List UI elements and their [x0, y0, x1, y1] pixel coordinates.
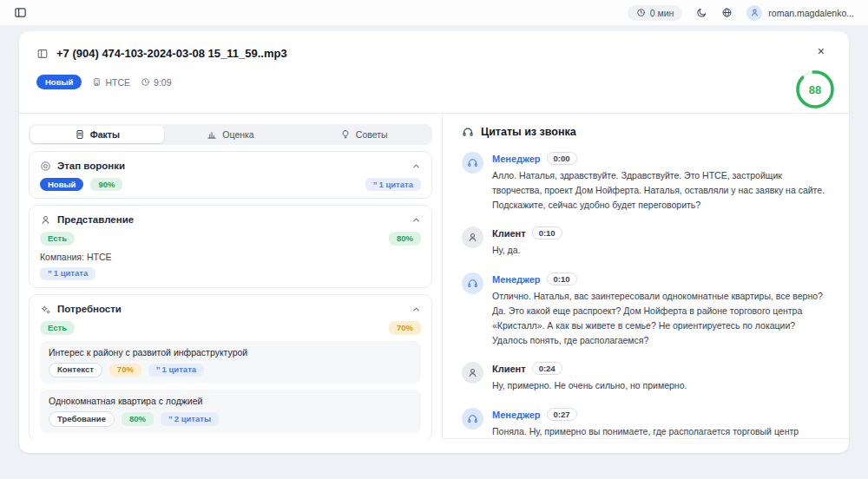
quote-message: Клиент 0:10 Ну, да. [462, 226, 832, 258]
speaker-link[interactable]: Менеджер [492, 274, 541, 285]
card-title: Этап воронки [57, 161, 125, 171]
quote-text: Отлично. Наталья, вас заинтересовали одн… [492, 289, 832, 347]
timestamp-badge[interactable]: 0:24 [532, 362, 562, 375]
need-text: Однокомнатная квартира с лоджией [49, 396, 412, 406]
facts-column: Факты Оценка Советы [19, 114, 442, 439]
headset-icon [462, 126, 474, 138]
quote-icon: ” [373, 180, 378, 189]
call-header: +7 (904) 474-103-2024-03-08 15_11_59..mp… [19, 31, 849, 114]
confidence-badge: 80% [389, 232, 421, 245]
top-bar: 0 мин roman.magdalenko... [0, 0, 868, 26]
tab-facts[interactable]: Факты [30, 126, 164, 143]
language-globe-icon[interactable] [721, 7, 733, 18]
client-person-icon [462, 362, 483, 384]
speaker-link[interactable]: Менеджер [492, 410, 541, 420]
quotes-count-badge[interactable]: ”1 цитата [40, 267, 95, 280]
quote-icon: ” [156, 364, 161, 374]
confidence-badge: 80% [122, 412, 154, 425]
quotes-panel-title: Цитаты из звонка [481, 126, 576, 138]
sidebar-toggle-icon[interactable] [14, 6, 27, 19]
speaker-label: Клиент [492, 364, 526, 374]
speaker-label: Клиент [492, 228, 526, 239]
tab-advice-label: Советы [356, 129, 388, 140]
person-icon [40, 214, 51, 226]
timestamp-badge[interactable]: 0:10 [532, 226, 562, 240]
quotes-panel: Цитаты из звонка Менеджер 0:00 Алло. Нат… [442, 114, 849, 439]
card-funnel-stage: Этап воронки Новый 90% ”1 цитата [29, 151, 432, 199]
company-meta: НТСЕ [92, 77, 130, 88]
tab-facts-label: Факты [90, 129, 120, 140]
timestamp-badge[interactable]: 0:10 [547, 272, 577, 285]
close-icon[interactable]: × [818, 45, 825, 57]
tab-bar: Факты Оценка Советы [29, 124, 432, 145]
need-item: Однокомнатная квартира с лоджией Требова… [40, 390, 421, 432]
quote-text: Поняла. Ну, примерно вы понимаете, где р… [492, 424, 832, 439]
quote-icon: ” [48, 268, 52, 278]
tab-evaluation-label: Оценка [222, 129, 253, 140]
client-person-icon [462, 226, 483, 248]
duration-label: 9:09 [154, 77, 171, 88]
panel-expand-icon[interactable] [36, 48, 49, 60]
usage-timer-label: 0 мин [650, 8, 674, 18]
manager-headset-icon [462, 272, 483, 294]
tab-advice[interactable]: Советы [297, 126, 431, 143]
need-type-badge: Контекст [49, 363, 102, 377]
card-needs: Потребности Есть 70% Интерес к району с … [29, 294, 432, 439]
building-icon [92, 77, 102, 87]
stage-value-badge: Новый [40, 178, 83, 191]
need-text: Интерес к району с развитой инфраструкту… [49, 347, 412, 358]
confidence-badge: 90% [90, 178, 122, 191]
call-score-value: 88 [795, 69, 835, 109]
quotes-count-badge[interactable]: ”1 цитата [148, 364, 204, 377]
manager-headset-icon [462, 408, 483, 430]
dark-mode-icon[interactable] [696, 7, 707, 18]
quote-message: Клиент 0:24 Ну, примерно. Не очень сильн… [462, 362, 832, 393]
timestamp-badge[interactable]: 0:27 [547, 408, 577, 421]
usage-timer-badge: 0 мин [628, 5, 683, 21]
quotes-count-badge[interactable]: ”2 цитаты [161, 412, 219, 425]
timestamp-badge[interactable]: 0:00 [547, 152, 577, 165]
clock-icon [141, 77, 150, 87]
card-title: Потребности [57, 304, 122, 314]
call-score-ring: 88 [795, 69, 835, 109]
chevron-up-icon[interactable] [411, 215, 421, 225]
user-menu[interactable]: roman.magdalenko... [746, 5, 854, 21]
need-type-badge: Требование [49, 411, 115, 426]
card-title: Представление [57, 214, 134, 225]
lightbulb-icon [340, 129, 351, 140]
card-introduction: Представление Есть 80% Компания: НТСЕ ”1… [29, 205, 432, 288]
target-icon [40, 161, 51, 172]
document-icon [75, 129, 85, 140]
speaker-link[interactable]: Менеджер [492, 154, 541, 164]
tab-evaluation[interactable]: Оценка [164, 126, 298, 143]
call-title: +7 (904) 474-103-2024-03-08 15_11_59..mp… [56, 47, 287, 60]
user-avatar-icon [746, 5, 762, 21]
quotes-count-badge[interactable]: ”1 цитата [365, 178, 421, 191]
username-label: roman.magdalenko... [768, 8, 854, 18]
quote-message: Менеджер 0:27 Поняла. Ну, примерно вы по… [462, 408, 832, 439]
bar-chart-icon [207, 129, 217, 140]
chevron-up-icon[interactable] [411, 161, 421, 171]
quote-text: Ну, примерно. Не очень сильно, но пример… [492, 378, 687, 393]
manager-headset-icon [462, 152, 483, 174]
call-detail-panel: +7 (904) 474-103-2024-03-08 15_11_59..mp… [19, 31, 849, 453]
company-line: Компания: НТСЕ [40, 252, 421, 262]
confidence-badge: 70% [109, 364, 141, 377]
confidence-badge: 70% [389, 321, 421, 334]
clock-icon [636, 8, 646, 17]
status-badge: Новый [36, 75, 82, 89]
quote-text: Алло. Наталья, здравствуйте. Здравствуйт… [492, 168, 832, 212]
company-label: НТСЕ [105, 77, 130, 88]
duration-meta: 9:09 [141, 77, 171, 88]
quote-text: Ну, да. [492, 243, 562, 258]
quote-message: Менеджер 0:10 Отлично. Наталья, вас заин… [462, 272, 832, 347]
need-item: Интерес к району с развитой инфраструкту… [40, 341, 421, 384]
quote-icon: ” [168, 414, 173, 423]
quote-message: Менеджер 0:00 Алло. Наталья, здравствуйт… [462, 152, 832, 212]
presence-badge: Есть [40, 232, 75, 245]
sparkles-icon [40, 304, 51, 315]
presence-badge: Есть [40, 321, 75, 334]
chevron-up-icon[interactable] [411, 305, 421, 314]
